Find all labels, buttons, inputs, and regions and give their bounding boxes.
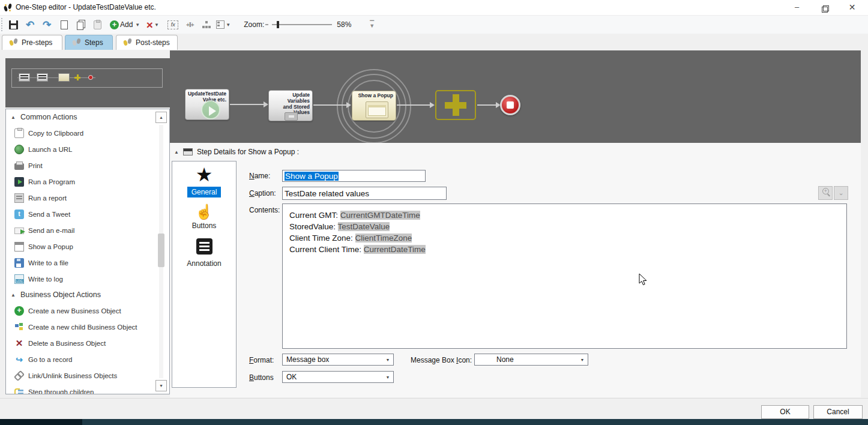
tab-bar: Pre-steps Steps Post-steps [0, 34, 868, 50]
nav-item-general[interactable]: ★ General [172, 165, 236, 197]
flow-node-update-test-date[interactable]: UpdateTestDate Value etc. [185, 89, 229, 120]
redo-button[interactable]: ↷ [39, 17, 55, 32]
goto-icon: ↪ [14, 355, 24, 364]
redo-icon: ↷ [43, 20, 51, 30]
action-show-a-popup[interactable]: Show a Popup [6, 238, 156, 255]
flow-node-update-variables[interactable]: Update Variables and Stored Values [268, 90, 313, 121]
contents-textarea[interactable]: Current GMT: CurrentGMTDateTime StoredVa… [282, 203, 847, 349]
restore-button[interactable] [811, 0, 838, 16]
variables-icon [285, 112, 298, 121]
action-step-through-children[interactable]: Step through children [6, 384, 156, 394]
tab-steps[interactable]: Steps [65, 35, 113, 50]
end-node [500, 95, 520, 115]
align-button[interactable]: +‖+ [182, 17, 197, 32]
copy-multiple-button[interactable] [73, 17, 88, 32]
action-create-child-business-object[interactable]: Create a new child Business Object [6, 319, 156, 335]
action-write-to-a-file[interactable]: Write to a file [6, 255, 156, 271]
save-button[interactable] [5, 17, 21, 32]
delete-icon: ✕ [14, 339, 24, 348]
token-chip: CurrentDateTime [364, 245, 426, 254]
layout-button[interactable]: ▼ [215, 17, 231, 32]
minimap-node [58, 73, 70, 82]
collapse-icon: ▲ [11, 115, 16, 120]
zoom-label: Zoom: [244, 20, 264, 29]
flow-connector [230, 104, 264, 105]
contents-line: Current Client Time: CurrentDateTime [289, 244, 840, 255]
step-details-header: ▲ Step Details for Show a Popup : [174, 148, 299, 156]
annotation-icon [196, 238, 212, 255]
flow-canvas[interactable]: UpdateTestDate Value etc. Update Variabl… [170, 50, 861, 143]
copy-multiple-icon [76, 20, 85, 29]
action-link-unlink-business-objects[interactable]: Link/Unlink Business Objects [6, 367, 156, 384]
restore-icon [822, 5, 828, 11]
buttons-select[interactable]: OK [282, 371, 394, 383]
title-bar: One-Step editor - UpdateTestDateValue et… [0, 0, 868, 16]
name-input[interactable]: Show a Popup [282, 170, 426, 182]
contents-label: Contents: [249, 206, 280, 214]
log-icon [14, 274, 24, 284]
minimap-viewport [11, 68, 163, 88]
paste-button [89, 17, 105, 32]
action-create-business-object[interactable]: +Create a new Business Object [6, 303, 156, 319]
scroll-up-icon[interactable]: ▲ [155, 112, 167, 123]
align-icon: +‖+ [186, 22, 194, 28]
close-button[interactable]: ✕ [839, 0, 866, 16]
window-icon [183, 148, 193, 155]
nav-item-annotation[interactable]: Annotation [172, 230, 236, 268]
nav-item-buttons[interactable]: ☝ Buttons [172, 205, 236, 230]
action-print[interactable]: Print [6, 157, 156, 173]
section-header-business-object-actions[interactable]: ▲ Business Object Actions [6, 287, 156, 303]
actions-panel: ▲ Common Actions Copy to Clipboard Launc… [5, 109, 170, 394]
action-copy-to-clipboard[interactable]: Copy to Clipboard [6, 125, 156, 141]
action-write-to-log[interactable]: Write to log [6, 271, 156, 287]
collapse-icon[interactable]: ▲ [174, 149, 179, 155]
minimap-node [37, 73, 48, 82]
add-button[interactable]: + Add ▼ [110, 17, 140, 32]
scroll-down-icon[interactable]: ▼ [155, 380, 167, 391]
delete-step-button[interactable]: × ▼ [145, 17, 160, 32]
format-select[interactable]: Message box [282, 354, 394, 366]
zoom-slider[interactable] [272, 24, 332, 25]
add-step-button[interactable] [435, 90, 476, 120]
minimap-node [19, 73, 30, 82]
hierarchy-icon [202, 20, 211, 29]
message-box-icon-select[interactable]: None [474, 354, 588, 366]
printer-icon [14, 163, 24, 170]
tab-pre-steps[interactable]: Pre-steps [2, 35, 62, 50]
flow-connector [397, 104, 430, 106]
name-label: Name: [249, 172, 270, 180]
flow-overview-minimap[interactable] [5, 58, 170, 107]
action-delete-business-object[interactable]: ✕Delete a Business Object [6, 335, 156, 351]
expand-caption-button: ⌄ [834, 186, 848, 200]
nav-annotation-label: Annotation [172, 259, 236, 268]
scrollbar-thumb[interactable] [158, 234, 164, 267]
section-header-common-actions[interactable]: ▲ Common Actions [6, 109, 156, 125]
dropdown-arrow-icon [383, 372, 393, 382]
action-go-to-a-record[interactable]: ↪Go to a record [6, 351, 156, 367]
action-run-a-report[interactable]: Run a report [6, 190, 156, 206]
tab-post-steps[interactable]: Post-steps [116, 35, 178, 50]
hierarchy-button[interactable] [199, 17, 214, 32]
action-send-a-tweet[interactable]: tSend a Tweet [6, 206, 156, 222]
create-icon: + [14, 306, 24, 316]
caption-input[interactable]: TestDate related values [282, 187, 447, 200]
copy-button[interactable] [56, 17, 71, 32]
ok-button[interactable]: OK [761, 405, 809, 419]
minimize-button[interactable]: – [783, 0, 810, 16]
undo-button[interactable]: ↶ [22, 17, 38, 32]
flow-node-show-a-popup[interactable]: Show a Popup [352, 91, 396, 121]
cancel-button[interactable]: Cancel [813, 405, 863, 419]
toolbar-overflow-button[interactable]: ▔▼ [369, 22, 375, 28]
taskbar-strip [0, 419, 868, 425]
toolbar-grip[interactable] [1, 18, 5, 31]
actions-scrollbar[interactable]: ▲ ▼ [155, 110, 167, 393]
expression-button[interactable]: fx [165, 17, 181, 32]
popup-icon [14, 242, 24, 252]
zoom-slider-handle[interactable] [277, 21, 279, 28]
globe-icon [14, 145, 24, 154]
action-run-a-program[interactable]: Run a Program [6, 173, 156, 190]
action-launch-a-url[interactable]: Launch a URL [6, 141, 156, 157]
window-title: One-Step editor - UpdateTestDateValue et… [16, 3, 156, 11]
action-send-an-email[interactable]: Send an e-mail [6, 222, 156, 238]
child-icon [14, 322, 24, 332]
